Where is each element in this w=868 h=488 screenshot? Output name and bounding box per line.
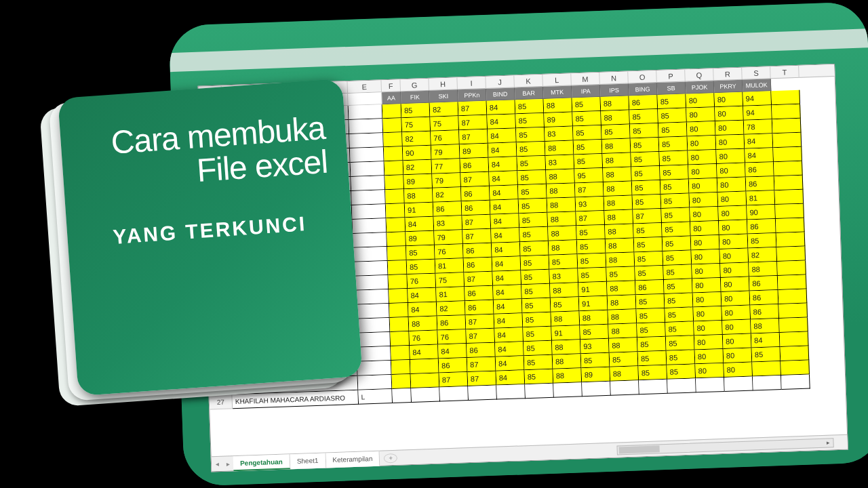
grid-cell[interactable]: 85 bbox=[752, 347, 781, 362]
grid-cell[interactable]: 86 bbox=[750, 304, 779, 319]
col-I[interactable]: I bbox=[457, 77, 486, 89]
grid-cell[interactable]: 85 bbox=[658, 123, 688, 138]
grid-cell[interactable]: 80 bbox=[691, 235, 720, 250]
grid-cell[interactable]: 88 bbox=[549, 240, 578, 255]
grid-cell[interactable]: 84 bbox=[494, 313, 524, 328]
grid-cell[interactable]: 88 bbox=[604, 195, 633, 210]
grid-cell[interactable]: 94 bbox=[743, 105, 772, 120]
grid-cell[interactable]: 85 bbox=[519, 199, 548, 214]
grid-cell[interactable]: 88 bbox=[580, 310, 609, 325]
subj-SKI[interactable]: SKI bbox=[429, 89, 458, 102]
grid-cell[interactable]: 85 bbox=[632, 180, 661, 195]
grid-cell[interactable]: 85 bbox=[572, 111, 601, 126]
grid-cell[interactable]: 85 bbox=[601, 125, 631, 140]
grid-cell[interactable]: 85 bbox=[637, 337, 667, 352]
grid-cell[interactable]: 86 bbox=[461, 186, 490, 201]
grid-cell[interactable]: 90 bbox=[747, 205, 776, 220]
grid-cell[interactable]: 88 bbox=[602, 152, 631, 167]
tab-next-icon[interactable]: ▸ bbox=[222, 460, 233, 468]
grid-cell[interactable]: 86 bbox=[747, 219, 776, 234]
grid-cell[interactable]: 87 bbox=[439, 372, 469, 387]
grid-cell[interactable]: 86 bbox=[437, 315, 467, 330]
subj-MULOK[interactable]: MULOK bbox=[743, 79, 772, 92]
grid-cell[interactable]: 87 bbox=[467, 357, 496, 372]
grid-cell[interactable]: 80 bbox=[686, 93, 715, 108]
grid-cell[interactable]: 88 bbox=[604, 181, 633, 196]
grid-cell[interactable]: 86 bbox=[635, 280, 665, 295]
grid-cell[interactable]: 79 bbox=[431, 144, 460, 159]
grid-cell[interactable]: 80 bbox=[688, 164, 717, 179]
grid-cell[interactable]: 80 bbox=[720, 263, 749, 278]
grid-cell[interactable]: 85 bbox=[523, 312, 552, 327]
grid-cell[interactable]: 85 bbox=[581, 353, 610, 368]
grid-cell[interactable]: 80 bbox=[719, 249, 749, 264]
grid-cell[interactable]: 89 bbox=[544, 112, 573, 127]
grid-cell[interactable]: 86 bbox=[467, 343, 496, 358]
grid-cell[interactable]: 85 bbox=[630, 123, 659, 138]
grid-cell[interactable]: 80 bbox=[690, 221, 719, 236]
grid-cell[interactable]: 86 bbox=[462, 201, 491, 216]
grid-cell[interactable]: 77 bbox=[432, 159, 461, 174]
grid-cell[interactable]: 85 bbox=[657, 94, 686, 109]
grid-cell[interactable]: 85 bbox=[663, 236, 692, 251]
grid-cell[interactable]: 93 bbox=[580, 339, 610, 354]
grid-cell[interactable]: 80 bbox=[718, 206, 747, 221]
grid-cell[interactable]: 88 bbox=[608, 309, 637, 324]
tab-pengetahuan[interactable]: Pengetahuan bbox=[233, 454, 291, 471]
grid-cell[interactable]: 88 bbox=[545, 140, 574, 155]
grid-cell[interactable]: 87 bbox=[458, 115, 488, 130]
grid-cell[interactable]: 86 bbox=[746, 176, 775, 191]
grid-cell[interactable]: 85 bbox=[638, 351, 667, 366]
grid-cell[interactable] bbox=[771, 90, 800, 105]
grid-cell[interactable]: 84 bbox=[490, 214, 519, 228]
grid-cell[interactable]: 85 bbox=[573, 125, 602, 140]
grid-cell[interactable]: 79 bbox=[432, 173, 461, 188]
grid-cell[interactable]: 88 bbox=[547, 183, 576, 198]
grid-cell[interactable]: 85 bbox=[634, 237, 663, 252]
grid-cell[interactable]: 91 bbox=[578, 282, 608, 297]
grid-cell[interactable]: 76 bbox=[407, 274, 436, 289]
subj-PKRY[interactable]: PKRY bbox=[714, 80, 743, 93]
grid-cell[interactable]: 85 bbox=[517, 156, 547, 171]
grid-cell[interactable]: 80 bbox=[716, 135, 745, 150]
grid-cell[interactable]: 91 bbox=[579, 296, 608, 311]
grid-cell[interactable]: 88 bbox=[605, 224, 634, 239]
grid-cell[interactable]: 87 bbox=[464, 272, 493, 287]
grid-cell[interactable] bbox=[776, 247, 806, 262]
grid-cell[interactable]: 89 bbox=[403, 174, 433, 189]
grid-cell[interactable]: 87 bbox=[633, 209, 662, 224]
grid-cell[interactable]: 84 bbox=[751, 333, 781, 348]
grid-cell[interactable]: 84 bbox=[487, 114, 516, 129]
grid-cell[interactable]: 84 bbox=[492, 256, 521, 271]
grid-cell[interactable]: 85 bbox=[665, 307, 694, 322]
grid-cell[interactable]: 86 bbox=[463, 243, 492, 258]
col-Q[interactable]: Q bbox=[685, 68, 714, 81]
grid-cell[interactable]: 87 bbox=[462, 215, 491, 230]
grid-cell[interactable]: 85 bbox=[659, 151, 688, 166]
grid-cell[interactable]: 85 bbox=[667, 364, 696, 379]
grid-cell[interactable]: 88 bbox=[409, 317, 438, 331]
grid-cell[interactable]: 80 bbox=[693, 292, 722, 307]
scroll-thumb[interactable] bbox=[619, 445, 660, 453]
grid-cell[interactable]: 84 bbox=[493, 285, 522, 300]
grid-cell[interactable]: 85 bbox=[578, 268, 607, 283]
grid-cell[interactable]: 76 bbox=[437, 329, 467, 344]
grid-cell[interactable]: 84 bbox=[496, 370, 526, 385]
grid-cell[interactable]: 80 bbox=[724, 362, 753, 377]
grid-cell[interactable]: 88 bbox=[548, 226, 577, 241]
grid-cell[interactable]: 88 bbox=[608, 323, 637, 338]
grid-cell[interactable]: 85 bbox=[660, 180, 690, 195]
grid-cell[interactable]: 85 bbox=[636, 294, 665, 309]
grid-cell[interactable] bbox=[776, 232, 806, 247]
grid-cell[interactable]: 80 bbox=[694, 321, 723, 336]
grid-cell[interactable]: 82 bbox=[403, 160, 433, 175]
tab-sheet1[interactable]: Sheet1 bbox=[290, 453, 326, 469]
subj-FIK[interactable]: FIK bbox=[401, 91, 430, 104]
grid-cell[interactable]: 85 bbox=[580, 325, 609, 340]
grid-cell[interactable]: 88 bbox=[546, 169, 575, 184]
grid-cell[interactable] bbox=[774, 190, 804, 205]
grid-cell[interactable]: 82 bbox=[402, 131, 431, 146]
grid-cell[interactable]: 84 bbox=[489, 171, 518, 186]
grid-cell[interactable]: 84 bbox=[406, 217, 435, 232]
grid-cell[interactable]: 85 bbox=[631, 138, 660, 152]
